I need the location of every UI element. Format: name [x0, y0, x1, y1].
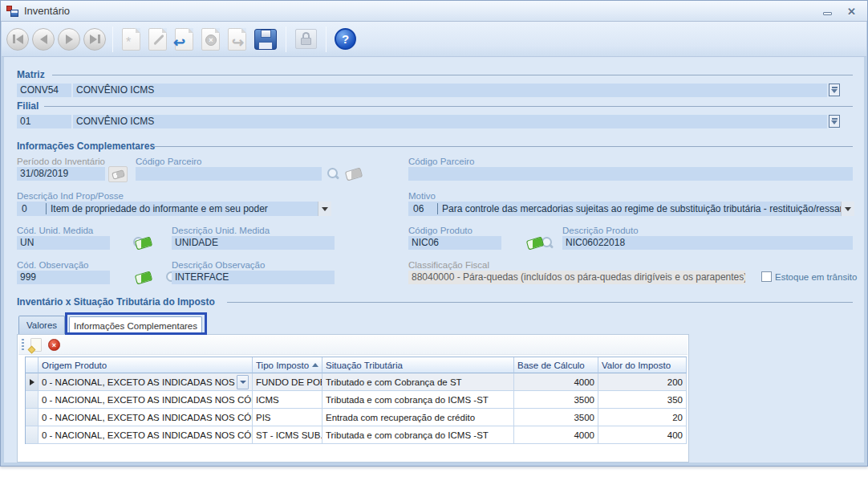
eraser-icon[interactable] [135, 271, 153, 284]
cell-base[interactable]: 3500 [514, 409, 598, 426]
cell-base[interactable]: 3500 [514, 391, 598, 409]
ind-prop-combobox[interactable]: 0 Item de propriedade do informante e em… [17, 202, 331, 216]
column-header-origem[interactable]: Origem Produto [39, 357, 253, 373]
cell-origem[interactable]: 0 - NACIONAL, EXCETO AS INDICADAS NOS CÓ… [39, 409, 253, 426]
window-title: Inventário [24, 5, 70, 17]
codigo-parceiro2-field[interactable] [408, 167, 853, 181]
redo-button[interactable]: ↪ [228, 28, 246, 51]
edit-pencil-icon [153, 34, 164, 44]
periodo-field[interactable]: 31/08/2019 [17, 167, 105, 181]
row-indicator [26, 426, 39, 444]
grid-toolbar: × [18, 336, 688, 355]
motivo-value: Para controle das mercadorias sujeitas a… [442, 203, 841, 214]
row-indicator [26, 409, 39, 426]
lock-button[interactable] [295, 29, 317, 49]
cell-tipo[interactable]: FUNDO DE POB... [253, 373, 322, 391]
codigo-parceiro1-label: Código Parceiro [136, 157, 201, 166]
matriz-description-field[interactable]: CONVÊNIO ICMS [73, 84, 827, 97]
cell-tipo[interactable]: PIS [253, 409, 322, 426]
column-header-tipo[interactable]: Tipo Imposto [253, 357, 322, 373]
filial-dropdown-button[interactable] [829, 115, 840, 128]
cell-valor[interactable]: 350 [598, 391, 687, 409]
desc-unid-field[interactable]: UNIDADE [172, 236, 335, 250]
cell-situacao[interactable]: Tributada e com cobrança do ICMS -ST [322, 426, 514, 444]
cell-origem[interactable]: 0 - NACIONAL, EXCETO AS INDICADAS NOS CÓ… [39, 373, 253, 391]
estoque-transito-checkbox[interactable] [761, 271, 772, 282]
cell-tipo[interactable]: ICMS [253, 391, 322, 409]
table-row[interactable]: 0 - NACIONAL, EXCETO AS INDICADAS NOS CÓ… [26, 373, 687, 391]
cell-origem[interactable]: 0 - NACIONAL, EXCETO AS INDICADAS NOS CÓ… [39, 391, 253, 409]
class-fiscal-label: Classificação Fiscal [408, 260, 489, 270]
ind-prop-dropdown-button[interactable] [318, 202, 331, 216]
filial-description-field[interactable]: CONVÊNIO ICMS [73, 115, 827, 128]
chevron-down-icon [831, 120, 838, 124]
info-section-label: Informações Complementares [17, 141, 155, 152]
new-record-icon: * [126, 35, 131, 50]
cell-valor[interactable]: 20 [598, 409, 687, 426]
eraser-icon[interactable] [345, 167, 363, 181]
cell-situacao[interactable]: Entrada com recuperação de crédito [322, 409, 514, 426]
periodo-eraser-button[interactable] [108, 166, 128, 182]
next-record-button[interactable] [58, 28, 80, 51]
help-button[interactable]: ? [335, 28, 356, 50]
cell-situacao[interactable]: Tributada e com cobrança do ICMS -ST [322, 391, 514, 409]
motivo-dropdown-button[interactable] [841, 202, 854, 216]
matriz-dropdown-button[interactable] [829, 84, 840, 96]
inventario-window: Inventário ✕ * ↩ × ↪ ? Matriz CONV54 CON… [0, 0, 868, 467]
cell-base[interactable]: 4000 [514, 373, 598, 391]
last-record-button[interactable] [83, 28, 106, 51]
new-record-button[interactable]: * [122, 28, 140, 51]
cell-origem[interactable]: 0 - NACIONAL, EXCETO AS INDICADAS NOS CÓ… [39, 426, 253, 444]
table-row[interactable]: 0 - NACIONAL, EXCETO AS INDICADAS NOS CÓ… [26, 391, 687, 409]
matriz-code-field[interactable]: CONV54 [17, 84, 71, 97]
desc-produto-label: Descrição Produto [562, 226, 639, 235]
previous-record-button[interactable] [32, 28, 55, 51]
motivo-combobox[interactable]: 06 Para controle das mercadorias sujeita… [408, 202, 854, 216]
desc-obs-field[interactable]: INTERFACE [172, 271, 335, 284]
search-icon[interactable] [327, 168, 339, 181]
matriz-section-label: Matriz [17, 69, 45, 80]
cell-tipo[interactable]: ST - ICMS SUB... [253, 426, 322, 444]
chevron-down-icon [240, 381, 246, 384]
cancel-button[interactable]: × [201, 28, 220, 51]
toolbar-separator [112, 26, 113, 52]
motivo-code: 06 [408, 203, 437, 214]
toolbar-grip-icon[interactable] [22, 339, 24, 352]
cell-dropdown-button[interactable] [237, 375, 249, 389]
close-button[interactable]: ✕ [847, 6, 856, 18]
cancel-x-icon: × [205, 35, 217, 46]
first-record-button[interactable] [6, 28, 29, 51]
undo-arrow-icon: ↩ [173, 34, 185, 51]
sort-ascending-icon [312, 363, 318, 367]
cell-situacao[interactable]: Tributado e com Cobrança de ST [322, 373, 514, 391]
save-button[interactable] [254, 29, 277, 50]
column-header-base[interactable]: Base de Cálculo [514, 357, 598, 373]
table-row[interactable]: 0 - NACIONAL, EXCETO AS INDICADAS NOS CÓ… [26, 409, 687, 426]
cod-produto-field[interactable]: NIC06 [408, 236, 501, 250]
undo-button[interactable]: ↩ [175, 28, 193, 51]
column-header-valor[interactable]: Valor do Imposto [598, 357, 687, 373]
table-row[interactable]: 0 - NACIONAL, EXCETO AS INDICADAS NOS CÓ… [26, 426, 687, 444]
cod-obs-field[interactable]: 999 [17, 271, 110, 284]
matriz-section-line [52, 75, 853, 75]
tab-valores[interactable]: Valores [18, 316, 65, 334]
row-marker-icon [30, 379, 34, 385]
redo-arrow-icon: ↪ [232, 34, 244, 51]
cell-valor[interactable]: 400 [598, 426, 687, 444]
codigo-parceiro2-label: Código Parceiro [408, 157, 474, 166]
codigo-parceiro1-field[interactable] [136, 167, 322, 181]
filial-code-field[interactable]: 01 [17, 115, 71, 128]
desc-produto-field[interactable]: NIC06022018 [562, 236, 853, 250]
minimize-button[interactable] [821, 6, 833, 17]
grid-delete-row-button[interactable]: × [48, 339, 60, 351]
cell-valor[interactable]: 200 [598, 373, 687, 391]
grid-add-row-button[interactable] [30, 338, 42, 352]
edit-record-button[interactable] [148, 28, 167, 51]
tributos-section-label: Inventário x Situação Tributária do Impo… [17, 296, 215, 308]
form-client-area: Matriz CONV54 CONVÊNIO ICMS Filial 01 CO… [4, 57, 864, 463]
eraser-icon [112, 169, 125, 180]
cell-base[interactable]: 4000 [514, 426, 598, 444]
cod-unid-field[interactable]: UN [17, 236, 110, 250]
tab-highlight-box [65, 312, 207, 335]
column-header-situacao[interactable]: Situação Tributária [322, 357, 514, 373]
